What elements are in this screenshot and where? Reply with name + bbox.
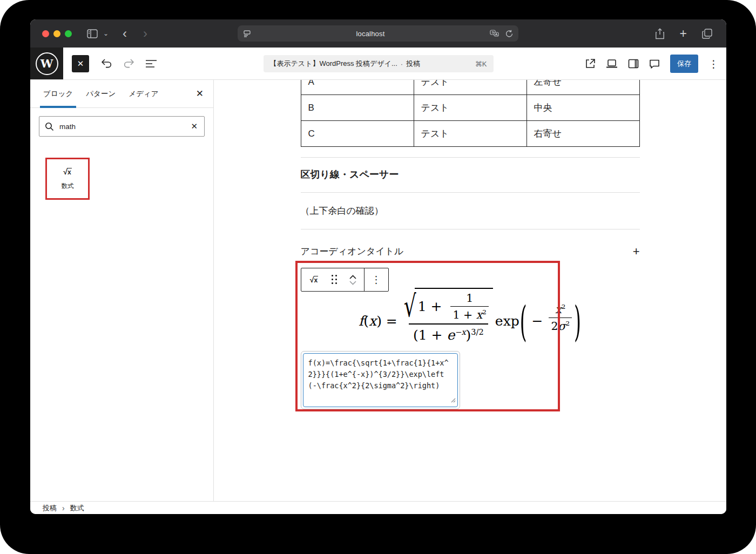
table-row: B テスト 中央: [301, 95, 639, 121]
editor-main: ブロック パターン メディア ✕ ✕: [30, 80, 726, 501]
editor-header: W ✕ 【表示テスト】WordPress 投稿デザイ... ·: [30, 48, 726, 80]
drag-handle-icon[interactable]: [325, 268, 345, 291]
search-icon: [45, 122, 54, 131]
table-row: C テスト 右寄せ: [301, 121, 639, 147]
browser-titlebar: ⌄ ‹ › localhost: [30, 19, 726, 48]
save-button[interactable]: 保存: [670, 55, 698, 73]
main-fraction: √ 1 + 1 1 + x2: [403, 288, 494, 343]
forward-button[interactable]: ›: [143, 27, 147, 40]
minimize-window-button[interactable]: [53, 30, 60, 37]
latex-input-wrapper: f(x)=\frac{\sqrt{1+\frac{1}{1+x^2}}}{(1+…: [301, 351, 460, 409]
settings-sidebar-icon[interactable]: [628, 59, 639, 69]
separator-line: [301, 157, 640, 158]
math-block-label: 数式: [62, 182, 74, 190]
search-results: √x 数式: [30, 158, 213, 200]
breadcrumb-post[interactable]: 投稿: [43, 503, 57, 513]
latex-source-textarea[interactable]: f(x)=\frac{\sqrt{1+\frac{1}{1+x^2}}}{(1+…: [303, 353, 458, 407]
shortcut-hint: ⌘K: [475, 60, 487, 68]
undo-icon[interactable]: [100, 58, 113, 69]
table-cell[interactable]: 左寄せ: [526, 80, 639, 95]
preview-external-icon[interactable]: [585, 58, 596, 69]
tab-overview-icon[interactable]: [702, 29, 712, 39]
inserter-tabs: ブロック パターン メディア ✕: [30, 80, 213, 108]
inserter-close-icon[interactable]: ✕: [191, 85, 209, 103]
table-cell[interactable]: テスト: [414, 80, 526, 95]
annotation-box-sidebar: √x 数式: [45, 158, 90, 200]
wordpress-logo-letter: W: [36, 52, 58, 75]
block-options-kebab-icon[interactable]: ⋮: [364, 268, 388, 291]
rendered-formula: f(x) = √ 1 + 1: [301, 295, 640, 347]
address-bar[interactable]: localhost: [238, 25, 518, 42]
block-toolbar: √x: [301, 268, 389, 292]
share-icon[interactable]: [655, 28, 665, 39]
reload-icon[interactable]: [505, 30, 513, 38]
separator-line: [301, 192, 640, 193]
accordion-title: アコーディオンタイトル: [301, 245, 404, 258]
table-cell[interactable]: B: [301, 95, 414, 121]
search-clear-icon[interactable]: ✕: [190, 120, 199, 132]
fullscreen-window-button[interactable]: [65, 30, 72, 37]
block-inserter-sidebar: ブロック パターン メディア ✕ ✕: [30, 80, 214, 501]
new-tab-button[interactable]: +: [680, 28, 687, 40]
separator-line: [301, 229, 640, 229]
translate-icon[interactable]: [490, 30, 499, 37]
move-down-icon[interactable]: [349, 281, 356, 285]
back-button[interactable]: ‹: [123, 27, 127, 40]
url-text[interactable]: localhost: [251, 30, 490, 38]
traffic-lights: [42, 30, 72, 37]
command-center-button[interactable]: 【表示テスト】WordPress 投稿デザイ... · 投稿 ⌘K: [264, 55, 494, 72]
document-title: 【表示テスト】WordPress 投稿デザイ...: [270, 59, 397, 69]
section-heading: 区切り線・スペーサー: [301, 168, 640, 181]
accordion-header[interactable]: アコーディオンタイトル +: [301, 245, 640, 258]
editor-canvas: A テスト 左寄せ B テスト 中央 C テスト: [214, 80, 726, 501]
block-switcher-math-icon[interactable]: √x: [304, 268, 325, 291]
sample-table[interactable]: A テスト 左寄せ B テスト 中央 C テスト: [301, 80, 640, 147]
accordion-expand-icon[interactable]: +: [633, 246, 640, 258]
close-window-button[interactable]: [42, 30, 49, 37]
chevron-down-icon[interactable]: ⌄: [103, 30, 109, 37]
block-type-math[interactable]: √x 数式: [47, 159, 88, 198]
table-cell[interactable]: C: [301, 121, 414, 147]
options-kebab-icon[interactable]: ⋮: [708, 58, 719, 70]
math-block-icon: √x: [63, 167, 71, 176]
sidebar-toggle-icon[interactable]: [87, 29, 98, 38]
comments-icon[interactable]: [649, 59, 660, 69]
table-cell[interactable]: テスト: [414, 121, 526, 147]
chevron-right-icon: ›: [62, 504, 65, 512]
post-type-label: 投稿: [406, 59, 420, 69]
safari-window: ⌄ ‹ › localhost: [30, 19, 726, 514]
tab-media[interactable]: メディア: [122, 80, 165, 107]
table-cell[interactable]: テスト: [414, 95, 526, 121]
redo-icon[interactable]: [123, 58, 136, 69]
block-search-box: ✕: [39, 116, 205, 137]
breadcrumb: 投稿 › 数式: [30, 501, 726, 514]
view-device-icon[interactable]: [606, 59, 618, 69]
table-row: A テスト 左寄せ: [301, 80, 639, 95]
block-inserter-close-button[interactable]: ✕: [72, 55, 89, 72]
title-separator: ·: [401, 60, 403, 68]
tab-blocks[interactable]: ブロック: [37, 80, 79, 107]
table-cell[interactable]: 右寄せ: [526, 121, 639, 147]
table-cell[interactable]: A: [301, 80, 414, 95]
screenshot-root: ⌄ ‹ › localhost: [0, 0, 756, 554]
spacing-note: （上下余白の確認）: [301, 205, 640, 217]
page-settings-icon[interactable]: [243, 30, 251, 38]
breadcrumb-block[interactable]: 数式: [70, 503, 84, 513]
document-overview-icon[interactable]: [145, 59, 157, 68]
radical-sign: √: [404, 291, 416, 321]
move-up-icon[interactable]: [349, 275, 356, 279]
wordpress-logo[interactable]: W: [30, 48, 63, 79]
math-block[interactable]: √x: [301, 268, 640, 409]
table-cell[interactable]: 中央: [526, 95, 639, 121]
search-input[interactable]: [58, 122, 185, 131]
tab-patterns[interactable]: パターン: [79, 80, 122, 107]
